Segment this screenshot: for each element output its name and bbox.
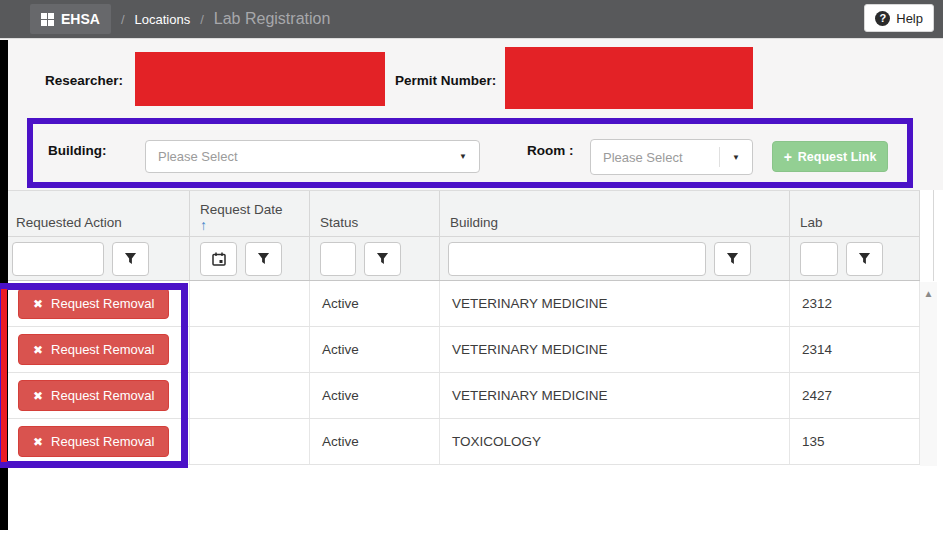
status-cell: Active [310, 327, 440, 372]
status-cell: Active [310, 281, 440, 326]
plus-icon: + [784, 149, 792, 165]
request-removal-label: Request Removal [51, 296, 154, 311]
request-removal-button[interactable]: ✖ Request Removal [18, 334, 169, 365]
grid-filter-row [0, 237, 920, 281]
calendar-button[interactable] [200, 242, 237, 276]
researcher-label: Researcher: [45, 73, 123, 88]
funnel-icon [376, 252, 389, 265]
breadcrumb-locations[interactable]: Locations [135, 12, 191, 27]
room-dropdown[interactable]: Please Select ▼ [590, 139, 753, 175]
filter-funnel-button[interactable] [714, 242, 751, 276]
column-header-status[interactable]: Status [310, 191, 440, 236]
room-dropdown-value: Please Select [591, 150, 719, 165]
left-edge-black-strip [0, 40, 8, 530]
filter-cell-request-date [190, 237, 310, 280]
column-header-lab[interactable]: Lab [790, 191, 920, 236]
filter-cell-status [310, 237, 440, 280]
request-link-button[interactable]: + Request Link [772, 141, 888, 172]
column-header-request-date[interactable]: Request Date ↑ [190, 191, 310, 236]
status-cell: Active [310, 419, 440, 464]
room-label: Room : [527, 143, 574, 158]
page-title: Lab Registration [214, 10, 331, 28]
request-removal-button[interactable]: ✖ Request Removal [18, 426, 169, 457]
building-dropdown-value: Please Select [146, 149, 447, 164]
building-dropdown[interactable]: Please Select ▼ [145, 140, 480, 173]
x-icon: ✖ [33, 389, 43, 403]
status-filter-input[interactable] [320, 242, 356, 276]
building-label: Building: [48, 143, 106, 158]
funnel-icon [726, 252, 739, 265]
request-removal-button[interactable]: ✖ Request Removal [18, 380, 169, 411]
table-row: ✖ Request Removal Active VETERINARY MEDI… [0, 327, 920, 373]
funnel-icon [257, 252, 270, 265]
filter-cell-lab [790, 237, 920, 280]
lab-cell: 2312 [790, 281, 920, 326]
request-removal-label: Request Removal [51, 388, 154, 403]
lab-cell: 2314 [790, 327, 920, 372]
requested-action-filter-input[interactable] [12, 242, 104, 276]
request-date-cell [190, 327, 310, 372]
table-row: ✖ Request Removal Active VETERINARY MEDI… [0, 281, 920, 327]
request-removal-label: Request Removal [51, 342, 154, 357]
lab-cell: 135 [790, 419, 920, 464]
filter-funnel-button[interactable] [245, 242, 282, 276]
building-cell: VETERINARY MEDICINE [440, 373, 790, 418]
table-row: ✖ Request Removal Active TOXICOLOGY 135 [0, 419, 920, 465]
lab-grid: Requested Action Request Date ↑ Status B… [0, 190, 920, 465]
request-date-cell [190, 281, 310, 326]
building-cell: VETERINARY MEDICINE [440, 281, 790, 326]
scroll-up-arrow-icon[interactable]: ▲ [920, 282, 937, 299]
requested-action-cell: ✖ Request Removal [0, 327, 190, 372]
request-link-label: Request Link [798, 150, 877, 164]
requested-action-cell: ✖ Request Removal [0, 373, 190, 418]
column-header-requested-action[interactable]: Requested Action [0, 191, 190, 236]
breadcrumb-separator: / [200, 12, 204, 27]
x-icon: ✖ [33, 435, 43, 449]
filter-cell-requested-action [0, 237, 190, 280]
request-removal-label: Request Removal [51, 434, 154, 449]
chevron-down-icon: ▼ [720, 153, 752, 162]
funnel-icon [858, 252, 871, 265]
funnel-icon [124, 252, 137, 265]
filter-funnel-button[interactable] [846, 242, 883, 276]
requested-action-cell: ✖ Request Removal [0, 281, 190, 326]
lab-registration-screen: EHSA / Locations / Lab Registration ? He… [0, 0, 943, 540]
status-cell: Active [310, 373, 440, 418]
grid-right-edge-line [933, 190, 934, 281]
researcher-value-redaction [135, 52, 385, 106]
calendar-icon [212, 252, 226, 266]
request-date-cell [190, 373, 310, 418]
request-date-label: Request Date [200, 202, 283, 217]
filter-funnel-button[interactable] [364, 242, 401, 276]
sort-ascending-icon: ↑ [200, 218, 207, 232]
grid-header-row: Requested Action Request Date ↑ Status B… [0, 190, 920, 237]
x-icon: ✖ [33, 297, 43, 311]
column-header-building[interactable]: Building [440, 191, 790, 236]
vertical-scrollbar[interactable]: ▲ [920, 282, 937, 466]
table-row: ✖ Request Removal Active VETERINARY MEDI… [0, 373, 920, 419]
filter-funnel-button[interactable] [112, 242, 149, 276]
requested-action-cell: ✖ Request Removal [0, 419, 190, 464]
building-cell: TOXICOLOGY [440, 419, 790, 464]
request-removal-button[interactable]: ✖ Request Removal [18, 288, 169, 319]
building-cell: VETERINARY MEDICINE [440, 327, 790, 372]
apps-grid-icon [41, 13, 54, 26]
chevron-down-icon: ▼ [447, 152, 479, 161]
help-button[interactable]: ? Help [864, 4, 934, 32]
help-label: Help [896, 11, 923, 26]
lab-cell: 2427 [790, 373, 920, 418]
x-icon: ✖ [33, 343, 43, 357]
filter-cell-building [440, 237, 790, 280]
top-navbar: EHSA / Locations / Lab Registration ? He… [0, 0, 943, 38]
request-date-cell [190, 419, 310, 464]
breadcrumb-separator: / [121, 12, 125, 27]
building-filter-input[interactable] [448, 242, 706, 276]
ehsa-logo-button[interactable]: EHSA [30, 4, 111, 34]
app-name: EHSA [61, 11, 100, 27]
permit-number-value-redaction [505, 47, 753, 109]
question-mark-icon: ? [875, 11, 890, 26]
permit-number-label: Permit Number: [395, 73, 496, 88]
lab-filter-input[interactable] [800, 242, 838, 276]
